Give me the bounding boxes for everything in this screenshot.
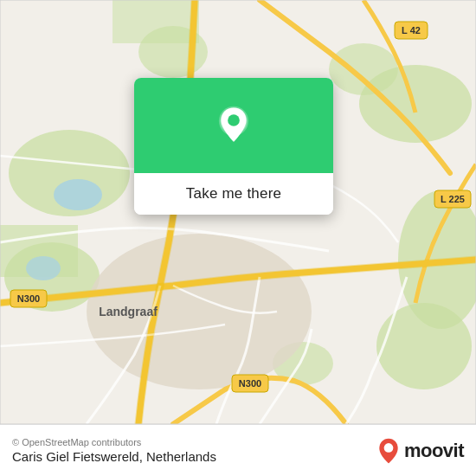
svg-point-28 [228,114,240,126]
svg-rect-10 [113,0,199,43]
moovit-brand-text: moovit [404,440,464,462]
svg-point-29 [384,443,394,453]
svg-text:L 225: L 225 [441,194,465,204]
svg-text:N300: N300 [239,378,261,389]
map-container: N300 N300 N300 L 42 L 225 Landgraaf Tak [0,0,476,424]
take-me-there-button[interactable]: Take me there [134,173,333,215]
popup-card: Take me there [134,78,333,215]
svg-text:N300: N300 [17,293,40,304]
popup-green-area [134,78,333,173]
location-pin-icon [213,105,254,146]
svg-point-6 [376,303,472,389]
svg-point-12 [26,256,61,280]
location-title: Caris Giel Fietswereld, Netherlands [12,449,216,464]
moovit-pin-icon [376,437,401,465]
svg-point-11 [54,179,102,210]
moovit-logo: moovit [376,437,464,465]
svg-text:L 42: L 42 [402,25,421,35]
svg-text:Landgraaf: Landgraaf [99,305,158,318]
footer-bar: © OpenStreetMap contributors Caris Giel … [0,424,476,476]
footer-left: © OpenStreetMap contributors Caris Giel … [12,437,216,464]
svg-point-7 [329,43,398,95]
map-attribution: © OpenStreetMap contributors [12,437,216,447]
